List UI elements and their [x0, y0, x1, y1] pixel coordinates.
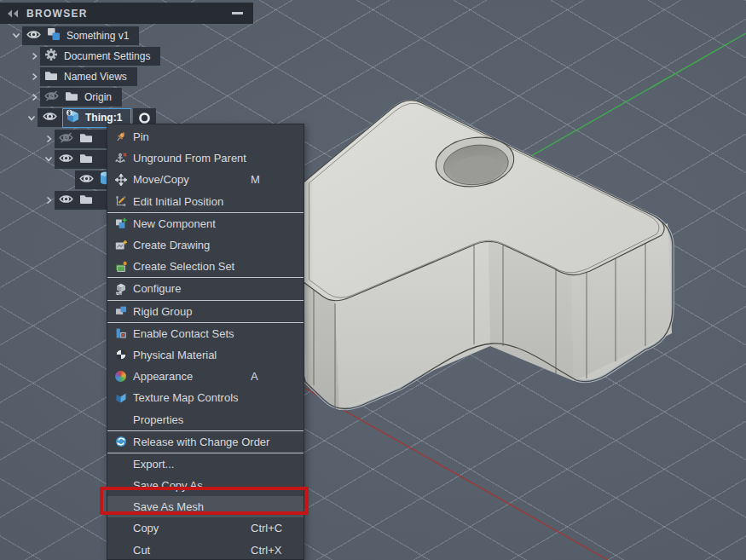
component-context-menu: PinUnground From ParentMove/CopyMEdit In…: [107, 124, 304, 560]
folder-icon: [65, 89, 78, 105]
appearance-icon: [114, 370, 127, 383]
menu-item-create-selection-set[interactable]: Create Selection Set: [107, 256, 304, 277]
tree-item-label: Something v1: [67, 30, 129, 42]
folder-icon: [79, 193, 93, 208]
menu-item-new-component[interactable]: New Component: [107, 213, 304, 234]
menu-item-shortcut: M: [251, 173, 260, 186]
menu-item-copy[interactable]: CopyCtrl+C: [107, 517, 304, 539]
folder-icon: [44, 69, 58, 84]
menu-item-label: Create Drawing: [133, 239, 210, 251]
menu-item-label: Create Selection Set: [133, 260, 234, 273]
chevron-down-icon[interactable]: [26, 112, 38, 124]
menu-item-rigid-group[interactable]: Rigid Group: [107, 301, 304, 322]
new-component-icon: [114, 217, 127, 230]
no-icon: [114, 522, 127, 534]
menu-item-label: Edit Initial Position: [133, 195, 223, 208]
menu-item-label: Unground From Parent: [133, 152, 246, 165]
chevron-down-icon[interactable]: [43, 153, 55, 165]
chevron-right-icon[interactable]: [28, 91, 40, 103]
no-icon: [114, 544, 127, 557]
appearance-icon: [115, 371, 126, 382]
visibility-eye-icon[interactable]: [59, 152, 73, 167]
fusion-360-canvas: BROWSER Something v1Document SettingsNam…: [0, 0, 746, 560]
menu-item-label: Save As Mesh: [133, 500, 204, 513]
menu-item-label: Rigid Group: [133, 305, 192, 318]
menu-item-label: Texture Map Controls: [133, 391, 239, 404]
tree-row-chip[interactable]: Named Views: [40, 67, 137, 86]
menu-item-label: Pin: [133, 130, 149, 143]
visibility-eye-off-icon[interactable]: [59, 131, 73, 147]
change-order-icon: [114, 436, 127, 448]
menu-item-shortcut: Ctrl+X: [251, 544, 281, 557]
visibility-eye-icon[interactable]: [79, 172, 94, 188]
l-shaped-model[interactable]: [304, 101, 673, 410]
menu-item-label: Export...: [133, 458, 174, 471]
menu-item-shortcut: Ctrl+C: [251, 522, 282, 534]
gear-icon: [44, 48, 58, 65]
tree-row-origin[interactable]: Origin: [28, 87, 122, 107]
menu-item-save-as-mesh[interactable]: Save As Mesh: [107, 496, 304, 517]
component-assembly-icon: [47, 27, 61, 44]
menu-item-save-copy-as[interactable]: Save Copy As: [107, 475, 304, 496]
menu-item-create-drawing[interactable]: Create Drawing: [107, 234, 304, 256]
tree-row-something-v1[interactable]: Something v1: [10, 26, 139, 46]
menu-item-label: Enable Contact Sets: [133, 327, 234, 340]
menu-item-release-with-change-order[interactable]: Release with Change Order: [107, 431, 304, 453]
tree-item-label: Named Views: [64, 71, 127, 83]
menu-item-configure[interactable]: Configure: [107, 278, 304, 299]
selection-set-icon: [114, 260, 127, 273]
chevron-right-icon[interactable]: [43, 194, 55, 206]
menu-item-label: Cut: [133, 544, 150, 557]
move-icon: [114, 173, 127, 186]
visibility-eye-icon[interactable]: [26, 28, 41, 43]
browser-panel-title: BROWSER: [26, 8, 88, 20]
menu-item-label: Configure: [133, 282, 181, 295]
create-drawing-icon: [114, 239, 127, 251]
menu-item-label: Move/Copy: [133, 173, 189, 186]
folder-icon: [79, 152, 93, 167]
texture-map-icon: [114, 391, 127, 404]
no-icon: [114, 413, 127, 426]
grounded-cube-icon: [66, 109, 80, 127]
menu-item-cut[interactable]: CutCtrl+X: [107, 540, 304, 560]
menu-item-appearance[interactable]: AppearanceA: [107, 366, 304, 387]
menu-item-unground-from-parent[interactable]: Unground From Parent: [107, 147, 304, 169]
tree-row-chip[interactable]: Origin: [40, 88, 122, 107]
chevron-down-icon[interactable]: [10, 30, 22, 42]
menu-item-properties[interactable]: Properties: [107, 408, 304, 430]
chevron-right-icon[interactable]: [28, 71, 40, 83]
pushpin-icon: [114, 130, 127, 143]
tree-row-chip[interactable]: Something v1: [22, 26, 139, 45]
component-label: Thing:1: [85, 112, 122, 124]
menu-item-label: Copy: [133, 522, 159, 534]
collapse-panel-icon[interactable]: [7, 9, 19, 18]
no-icon: [114, 458, 127, 471]
visibility-eye-off-icon[interactable]: [44, 89, 59, 105]
tree-item-label: Origin: [84, 91, 112, 103]
visibility-eye-icon[interactable]: [43, 110, 57, 125]
menu-item-label: Appearance: [133, 370, 193, 383]
visibility-eye-icon[interactable]: [59, 193, 73, 208]
minimize-panel-icon[interactable]: [232, 12, 243, 14]
contact-sets-icon: [114, 327, 127, 340]
anchor-unground-icon: [114, 152, 127, 165]
menu-item-move-copy[interactable]: Move/CopyM: [107, 169, 304, 190]
menu-item-enable-contact-sets[interactable]: Enable Contact Sets: [107, 323, 304, 344]
tree-row-chip[interactable]: Document Settings: [40, 47, 160, 66]
menu-item-physical-material[interactable]: Physical Material: [107, 344, 304, 366]
x-axis-line: [298, 384, 608, 560]
menu-item-label: Properties: [133, 413, 183, 426]
tree-row-document-settings[interactable]: Document Settings: [28, 46, 160, 66]
menu-item-label: Physical Material: [133, 349, 217, 361]
tree-row-named-views[interactable]: Named Views: [28, 66, 137, 87]
chevron-right-icon[interactable]: [28, 50, 40, 62]
visibility-chip: [38, 108, 62, 127]
menu-item-export-[interactable]: Export...: [107, 453, 304, 475]
menu-item-edit-initial-position[interactable]: Edit Initial Position: [107, 191, 304, 212]
menu-item-pin[interactable]: Pin: [107, 126, 304, 147]
physical-material-icon: [114, 349, 127, 361]
menu-item-label: Release with Change Order: [133, 436, 269, 448]
chevron-right-icon[interactable]: [43, 133, 55, 145]
menu-item-texture-map-controls[interactable]: Texture Map Controls: [107, 387, 304, 408]
browser-panel-header[interactable]: BROWSER: [0, 3, 253, 24]
